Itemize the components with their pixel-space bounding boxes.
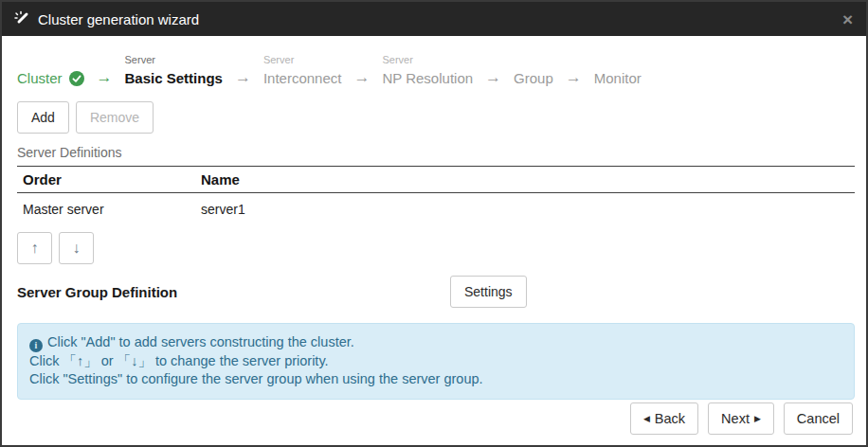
step-arrow-icon: → — [485, 68, 501, 88]
step-label: Group — [514, 69, 553, 88]
cell-order: Master server — [17, 193, 195, 229]
step-arrow-icon: → — [235, 68, 251, 88]
server-definitions-label: Server Definitions — [17, 145, 851, 160]
next-button[interactable]: Next▶ — [708, 402, 774, 435]
info-icon: i — [29, 339, 43, 352]
step-monitor[interactable]: Monitor — [594, 53, 642, 88]
close-icon[interactable]: × — [842, 10, 853, 28]
step-arrow-icon: → — [353, 68, 370, 88]
step-label: Monitor — [594, 69, 642, 88]
step-cluster[interactable]: Cluster — [17, 53, 84, 88]
arrow-down-icon: ↓ — [73, 240, 81, 257]
footer-buttons: ◀Back Next▶ Cancel — [630, 402, 853, 435]
remove-button[interactable]: Remove — [76, 101, 154, 134]
cluster-generation-wizard-dialog: Cluster generation wizard × Cluster → Se… — [0, 0, 868, 447]
info-line-2: Click 「↑」 or 「↓」 to change the server pr… — [29, 352, 842, 371]
cell-name: server1 — [195, 193, 855, 229]
step-label: Cluster — [17, 69, 63, 88]
window-title: Cluster generation wizard — [38, 11, 199, 27]
back-button[interactable]: ◀Back — [630, 402, 698, 435]
info-line-1: iClick "Add" to add servers constructing… — [29, 333, 842, 352]
info-line-3: Click "Settings" to configure the server… — [29, 370, 842, 389]
check-circle-icon — [69, 71, 84, 86]
column-header-order: Order — [17, 167, 195, 193]
add-button[interactable]: Add — [17, 101, 69, 134]
server-group-definition-label: Server Group Definition — [17, 284, 450, 300]
triangle-right-icon: ▶ — [754, 415, 761, 423]
step-basic-settings[interactable]: Server Basic Settings — [125, 53, 223, 88]
step-np-resolution[interactable]: Server NP Resolution — [382, 53, 473, 88]
server-definitions-table: Order Name Master server server1 — [17, 166, 855, 228]
info-box: iClick "Add" to add servers constructing… — [17, 323, 855, 400]
step-interconnect[interactable]: Server Interconnect — [263, 53, 342, 88]
step-arrow-icon: → — [566, 68, 582, 88]
table-row[interactable]: Master server server1 — [17, 193, 855, 229]
titlebar: Cluster generation wizard × — [2, 2, 866, 36]
settings-button[interactable]: Settings — [450, 276, 527, 308]
column-header-name: Name — [195, 167, 855, 193]
magic-wand-icon — [13, 10, 30, 27]
step-group[interactable]: Group — [514, 53, 553, 88]
step-label: Basic Settings — [125, 69, 223, 88]
triangle-left-icon: ◀ — [643, 415, 650, 423]
wizard-steps: Cluster → Server Basic Settings → Server… — [2, 36, 866, 88]
step-arrow-icon: → — [97, 68, 113, 88]
move-up-button[interactable]: ↑ — [17, 232, 52, 264]
cancel-button[interactable]: Cancel — [784, 402, 853, 435]
arrow-up-icon: ↑ — [31, 240, 39, 257]
table-header-row: Order Name — [17, 167, 855, 193]
step-label: NP Resolution — [382, 69, 473, 88]
move-down-button[interactable]: ↓ — [59, 232, 94, 264]
step-label: Interconnect — [263, 69, 342, 88]
server-toolbar: Add Remove — [17, 101, 851, 134]
priority-buttons: ↑ ↓ — [17, 232, 851, 264]
server-group-row: Server Group Definition Settings — [17, 276, 851, 308]
